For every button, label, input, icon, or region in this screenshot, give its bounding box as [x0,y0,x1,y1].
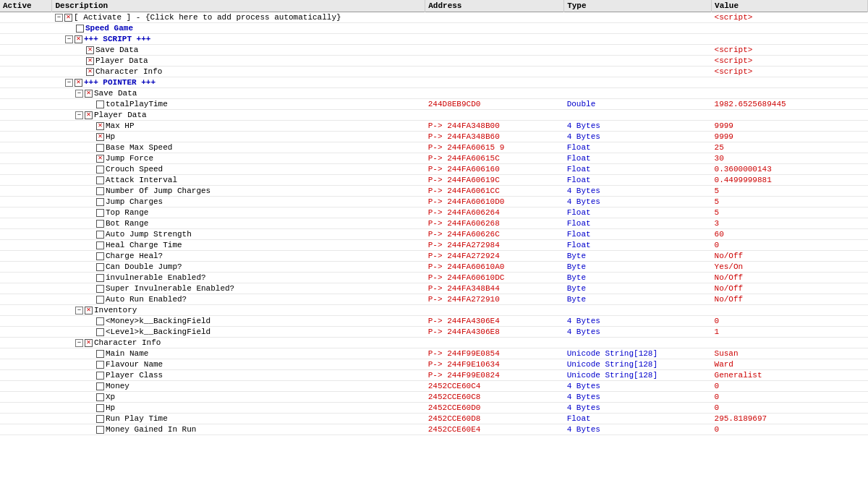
row-checkbox[interactable] [96,176,104,184]
row-checkbox[interactable]: ✕ [85,90,93,98]
table-row[interactable]: Jump ChargesP-> 244FA60610D04 Bytes5 [0,197,868,207]
table-row[interactable]: −✕[ Activate ] - {Click here to add proc… [0,12,868,23]
row-checkbox[interactable]: ✕ [75,79,82,87]
table-row[interactable]: Number Of Jump ChargesP-> 244FA6061CC4 B… [0,186,868,197]
table-row[interactable]: Auto Run Enabled?P-> 244FA272910ByteNo/O… [0,294,868,305]
type-cell: Float [564,240,712,251]
expand-button[interactable]: − [55,14,63,22]
row-checkbox[interactable] [96,426,104,434]
desc-text: Crouch Speed [106,165,163,174]
row-checkbox[interactable] [96,220,104,228]
type-cell [564,23,712,34]
table-row[interactable]: ✕HpP-> 244FA348B604 Bytes9999 [0,132,868,142]
row-checkbox[interactable] [76,25,84,33]
row-checkbox[interactable] [96,198,104,206]
table-row[interactable]: Top RangeP-> 244FA606264Float5 [0,207,868,218]
table-row[interactable]: Flavour NameP-> 244F9E10634Unicode Strin… [0,359,868,370]
row-checkbox[interactable]: ✕ [85,339,93,347]
table-row[interactable]: Run Play Time2452CCE60D8Float295.8189697 [0,414,868,424]
table-row[interactable]: Base Max SpeedP-> 244FA60615 9Float25 [0,142,868,153]
table-row[interactable]: ✕Max HPP-> 244FA348B004 Bytes9999 [0,121,868,132]
table-row[interactable]: Money2452CCE60C44 Bytes0 [0,381,868,392]
row-checkbox[interactable] [96,372,104,380]
table-row[interactable]: ✕Jump ForceP-> 244FA60615CFloat30 [0,153,868,164]
row-checkbox[interactable] [96,241,104,249]
table-row[interactable]: ✕Save Data<script> [0,45,868,56]
table-row[interactable]: −✕Player Data [0,110,868,121]
row-checkbox[interactable]: ✕ [86,68,94,76]
table-row[interactable]: Speed Game [0,23,868,34]
table-row[interactable]: −✕+++ POINTER +++ [0,77,868,88]
table-row[interactable]: <Level>k__BackingFieldP-> 244FA4306E84 B… [0,327,868,338]
row-checkbox[interactable] [96,328,104,336]
table-row[interactable]: Super Invulnerable Enabled?P-> 244FA348B… [0,283,868,294]
row-checkbox[interactable] [96,382,104,390]
table-row[interactable]: Auto Jump StrengthP-> 244FA60626CFloat60 [0,229,868,240]
table-row[interactable]: Crouch SpeedP-> 244FA606160Float0.360000… [0,164,868,175]
row-checkbox[interactable]: ✕ [85,111,93,119]
active-cell [0,229,52,240]
table-row[interactable]: −✕Save Data [0,88,868,99]
row-checkbox[interactable] [96,404,104,412]
addr-cell: 2452CCE60D0 [425,403,564,414]
type-cell: Float [564,175,712,186]
expand-button[interactable]: − [75,339,83,347]
table-row[interactable]: Main NameP-> 244F99E0854Unicode String[1… [0,348,868,359]
table-row[interactable]: −✕+++ SCRIPT +++ [0,34,868,45]
expand-button[interactable]: − [75,90,83,98]
row-checkbox[interactable] [96,274,104,282]
table-row[interactable]: ✕Player Data<script> [0,56,868,67]
table-row[interactable]: Heal Charge TimeP-> 244FA272984Float0 [0,240,868,251]
expand-button[interactable]: − [65,79,73,87]
row-checkbox[interactable] [96,209,104,217]
row-checkbox[interactable]: ✕ [96,133,104,141]
table-row[interactable]: <Money>k__BackingFieldP-> 244FA4306E44 B… [0,316,868,327]
table-row[interactable]: ✕Character Info<script> [0,67,868,77]
row-checkbox[interactable] [96,415,104,423]
row-checkbox[interactable]: ✕ [75,35,82,43]
table-row[interactable]: Money Gained In Run2452CCE60E44 Bytes0 [0,424,868,435]
desc-cell: −✕Player Data [52,110,425,121]
row-checkbox[interactable] [96,187,104,195]
addr-cell: P-> 244FA60610A0 [425,262,564,273]
expand-button[interactable]: − [75,307,83,314]
table-row[interactable]: −✕Inventory [0,305,868,316]
table-row[interactable]: Bot RangeP-> 244FA606268Float3 [0,218,868,229]
active-cell [0,348,52,359]
row-checkbox[interactable]: ✕ [96,122,104,130]
row-checkbox[interactable] [96,166,104,174]
row-checkbox[interactable] [96,350,104,358]
addr-cell: P-> 244FA60610DC [425,273,564,283]
row-checkbox[interactable] [96,361,104,369]
table-row[interactable]: totalPlayTime244D8EB9CD0Double1982.65256… [0,99,868,110]
expand-button[interactable]: − [65,35,73,43]
row-checkbox[interactable] [96,100,104,108]
table-row[interactable]: Attack IntervalP-> 244FA60619CFloat0.449… [0,175,868,186]
table-row[interactable]: Charge Heal?P-> 244FA272924ByteNo/Off [0,251,868,262]
expand-button[interactable]: − [75,111,83,119]
row-checkbox[interactable]: ✕ [86,46,94,54]
row-checkbox[interactable]: ✕ [96,155,104,163]
table-row[interactable]: Xp2452CCE60C84 Bytes0 [0,392,868,403]
val-cell: <script> [712,45,868,56]
active-cell [0,370,52,381]
val-cell: 0 [712,316,868,327]
row-checkbox[interactable]: ✕ [86,57,94,65]
row-checkbox[interactable] [96,317,104,325]
row-checkbox[interactable] [96,393,104,401]
type-cell: 4 Bytes [564,197,712,207]
row-checkbox[interactable] [96,231,104,239]
table-row[interactable]: Can Double Jump?P-> 244FA60610A0ByteYes/… [0,262,868,273]
row-checkbox[interactable]: ✕ [85,307,93,314]
row-checkbox[interactable] [96,285,104,293]
table-row[interactable]: Hp2452CCE60D04 Bytes0 [0,403,868,414]
row-checkbox[interactable] [96,296,104,304]
row-checkbox[interactable] [96,144,104,152]
table-row[interactable]: invulnerable Enabled?P-> 244FA60610DCByt… [0,273,868,283]
table-row[interactable]: Player ClassP-> 244F99E0824Unicode Strin… [0,370,868,381]
row-checkbox[interactable] [96,263,104,271]
row-checkbox[interactable]: ✕ [64,14,72,22]
row-checkbox[interactable] [96,252,104,260]
table-row[interactable]: −✕Character Info [0,338,868,348]
header-addr: Address [425,0,564,12]
